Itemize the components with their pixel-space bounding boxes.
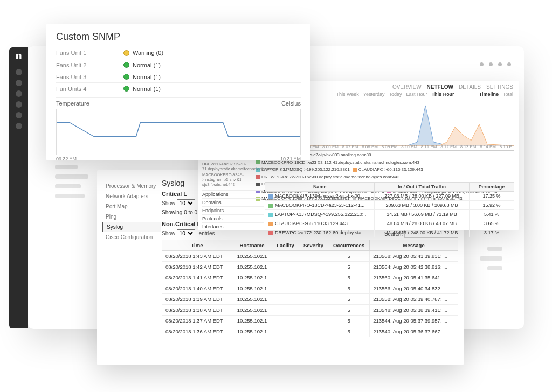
snmp-row-status: Normal (1) (133, 62, 161, 68)
status-indicator-icon (123, 50, 129, 56)
chart-time-left: 09:32 AM (56, 156, 77, 162)
snmp-status-row: Fan Units 4Normal (1) (56, 82, 301, 94)
nav-item-network[interactable]: Network Adapters (102, 191, 161, 201)
placeholder-line (487, 266, 502, 270)
placeholder-line (55, 194, 85, 198)
placeholder-line (487, 247, 502, 251)
table-row[interactable]: LAPTOP-K3J7MDSQ->199.255.122.210:...14.5… (265, 210, 514, 219)
tree-applications[interactable]: Applications (202, 190, 264, 198)
sidebar-nav-dot[interactable] (16, 80, 22, 86)
app-sidebar: n (9, 47, 28, 328)
legend-item[interactable]: CLAUDIAPC->66.110.33.129:443 (353, 166, 423, 173)
snmp-panel: Custom SNMP Fans Unit 1Warning (0)Fans U… (46, 24, 310, 160)
table-row[interactable]: 08/20/2018 1:39 AM EDT10.255.102.1521355… (162, 294, 458, 305)
placeholder-line (55, 174, 88, 179)
nav-item-syslog[interactable]: Syslog (102, 222, 161, 232)
table-row[interactable]: 08/20/2018 1:40 AM EDT10.255.102.1521355… (162, 283, 458, 294)
nav-item-ping[interactable]: Ping (102, 212, 161, 222)
snmp-row-status: Normal (1) (133, 86, 161, 92)
col-traffic[interactable]: In / Out / Total Traffic (375, 183, 470, 192)
snmp-status-row: Fans Unit 1Warning (0) (56, 47, 301, 59)
sidebar-nav-dot[interactable] (16, 101, 22, 108)
status-indicator-icon (123, 86, 129, 92)
tree-protocols[interactable]: Protocols (202, 214, 264, 222)
syslog-nav: Processor & Memory Network Adapters Port… (102, 181, 161, 242)
tree-domains[interactable]: Domains (202, 198, 264, 206)
snmp-row-status: Warning (0) (133, 50, 163, 56)
window-dots (480, 62, 511, 66)
netflow-table: Name In / Out / Total Traffic Percentage… (265, 182, 514, 237)
col-time[interactable]: Time (162, 240, 232, 251)
chart-time-right: 10:31 AM (280, 156, 301, 162)
table-row[interactable]: 08/20/2018 1:42 AM EDT10.255.102.1521356… (162, 262, 458, 272)
snmp-row-label: Fans Unit 1 (56, 50, 123, 56)
col-percent[interactable]: Percentage (469, 183, 514, 192)
snmp-status-row: Fans Unit 2Normal (1) (56, 59, 301, 71)
table-row[interactable]: 08/20/2018 1:43 AM EDT10.255.102.1521356… (162, 251, 458, 262)
netflow-tabs: OVERVIEW NETFLOW DETAILS SETTINGS (392, 84, 513, 90)
legend-item[interactable]: DREWPC->a172-230-162-80.deploy.static.ak… (256, 174, 399, 180)
col-hostname[interactable]: Hostname (232, 240, 272, 251)
snmp-row-label: Fan Units 4 (56, 86, 123, 92)
sidebar-nav-dot[interactable] (16, 112, 22, 118)
tree-interfaces[interactable]: Interfaces (202, 222, 264, 230)
table-row[interactable]: 08/20/2018 1:41 AM EDT10.255.102.1521356… (162, 272, 458, 283)
table-row[interactable]: 08/20/2018 1:36 AM EDT10.255.102.1521354… (162, 326, 458, 337)
snmp-status-row: Fans Unit 3Normal (1) (56, 71, 301, 82)
temperature-section: Temperature Celsius 09:32 AM 10:31 AM (56, 97, 301, 162)
sidebar-nav-dot[interactable] (16, 69, 22, 75)
col-facility[interactable]: Facility (272, 240, 299, 251)
snmp-row-label: Fans Unit 3 (56, 74, 123, 80)
temp-unit: Celsius (281, 100, 301, 107)
col-occurrences[interactable]: Occurrences (328, 240, 370, 251)
col-severity[interactable]: Severity (299, 240, 328, 251)
tab-settings[interactable]: SETTINGS (486, 84, 513, 90)
table-row[interactable]: 08/20/2018 1:37 AM EDT10.255.102.1521354… (162, 316, 458, 326)
page-size-select[interactable]: 10 (177, 229, 195, 237)
tab-details[interactable]: DETAILS (459, 84, 481, 90)
sidebar-nav-dot[interactable] (16, 90, 22, 97)
temp-label: Temperature (56, 100, 89, 107)
status-indicator-icon (123, 62, 129, 68)
noncritical-log-table: Time Hostname Facility Severity Occurren… (162, 240, 458, 337)
placeholder-line (55, 165, 78, 169)
nav-item-cisco[interactable]: Cisco Configuration (102, 232, 161, 242)
snmp-title: Custom SNMP (56, 31, 301, 43)
col-message[interactable]: Message (370, 240, 458, 251)
page-size-select[interactable]: 10 (177, 199, 195, 207)
table-row[interactable]: MACBOOKPRO-18CD->a23-53-112-41...209.63 … (265, 201, 514, 210)
temperature-chart (56, 109, 301, 155)
table-row[interactable]: 08/20/2018 1:38 AM EDT10.255.102.1521354… (162, 305, 458, 316)
placeholder-line (480, 256, 502, 261)
nav-item-processor[interactable]: Processor & Memory (102, 181, 161, 191)
tab-netflow[interactable]: NETFLOW (427, 84, 453, 90)
placeholder-line (55, 184, 81, 188)
app-logo[interactable]: n (15, 48, 22, 62)
nav-item-portmap[interactable]: Port Map (102, 201, 161, 212)
table-row[interactable]: DREWPC->a172-230-162-80.deploy.sta...41.… (265, 228, 514, 237)
snmp-row-label: Fans Unit 2 (56, 62, 123, 68)
sidebar-nav-dot[interactable] (16, 123, 22, 129)
netflow-tree: DREWPC->a23-195-70-71.deploy.static.akam… (202, 162, 264, 230)
tree-endpoints[interactable]: Endpoints (202, 206, 264, 214)
status-indicator-icon (123, 74, 129, 80)
table-row[interactable]: MACBOOKAIR-1394->ussjc2-vip-bx-00...227.… (265, 192, 514, 201)
col-name[interactable]: Name (265, 183, 375, 192)
table-row[interactable]: CLAUDIAPC->66.110.33.129:44348.04 MB / 2… (265, 219, 514, 228)
snmp-row-status: Normal (1) (133, 74, 161, 80)
tab-overview[interactable]: OVERVIEW (392, 84, 422, 90)
